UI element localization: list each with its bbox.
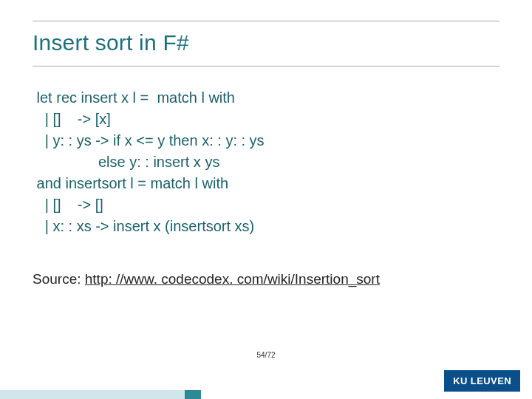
footer: KU LEUVEN [0,372,532,399]
code-line: and insertsort l = match l with [33,173,499,194]
footer-bar-light [0,390,185,399]
source-line: Source: http: //www. codecodex. com/wiki… [33,271,499,287]
page-number: 54/72 [0,351,532,359]
code-line: | x: : xs -> insert x (insertsort xs) [33,216,499,237]
slide-title: Insert sort in F# [33,30,499,55]
code-line: let rec insert x l = match l with [33,87,499,109]
code-line: else y: : insert x ys [33,151,499,173]
code-line: | [] -> [x] [33,109,499,130]
rule-under-title [33,66,499,66]
code-line: | y: : ys -> if x <= y then x: : y: : ys [33,130,499,151]
code-block: let rec insert x l = match l with | [] -… [33,87,499,237]
slide: Insert sort in F# let rec insert x l = m… [0,0,532,399]
footer-bar-accent [185,390,201,399]
brand-badge: KU LEUVEN [444,370,520,392]
source-label: Source: [33,271,85,287]
code-line: | [] -> [] [33,194,499,216]
source-link[interactable]: http: //www. codecodex. com/wiki/Inserti… [85,271,380,287]
rule-top [33,21,499,21]
